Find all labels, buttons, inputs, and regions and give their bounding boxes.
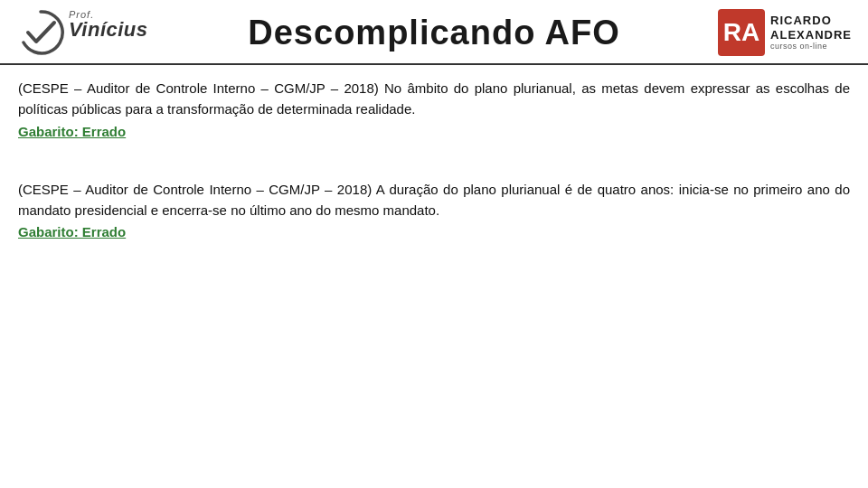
ra-name-top: RICARDO (770, 14, 852, 28)
logo-right: RA RICARDO ALEXANDRE cursos on-line (707, 9, 852, 56)
logo-text-block: Prof. Vinícius (69, 10, 148, 40)
logo-left: Prof. Vinícius (16, 8, 161, 57)
ra-badge: RA (718, 9, 765, 56)
header: Prof. Vinícius Descomplicando AFO RA RIC… (0, 0, 868, 65)
question-block-1: (CESPE – Auditor de Controle Interno – C… (18, 78, 850, 139)
question-text-1: (CESPE – Auditor de Controle Interno – C… (18, 78, 850, 120)
spacer (18, 155, 850, 163)
ra-name-bottom: ALEXANDRE (770, 28, 852, 42)
prof-vinicius-logo: Prof. Vinícius (16, 8, 65, 57)
ra-subtitle: cursos on-line (770, 42, 852, 52)
page-wrapper: Prof. Vinícius Descomplicando AFO RA RIC… (0, 0, 868, 488)
gabarito-2[interactable]: Gabarito: Errado (18, 224, 126, 239)
page-title: Descomplicando AFO (161, 14, 707, 52)
gabarito-1[interactable]: Gabarito: Errado (18, 124, 126, 139)
question-block-2: (CESPE – Auditor de Controle Interno – C… (18, 179, 850, 240)
header-title: Descomplicando AFO (161, 14, 707, 52)
ra-logo: RA RICARDO ALEXANDRE cursos on-line (718, 9, 852, 56)
ra-text-block: RICARDO ALEXANDRE cursos on-line (770, 14, 852, 52)
content-area: (CESPE – Auditor de Controle Interno – C… (0, 65, 868, 488)
question-text-2: (CESPE – Auditor de Controle Interno – C… (18, 179, 850, 221)
logo-vinicius-label: Vinícius (69, 20, 148, 40)
checkmark-icon (16, 8, 65, 57)
